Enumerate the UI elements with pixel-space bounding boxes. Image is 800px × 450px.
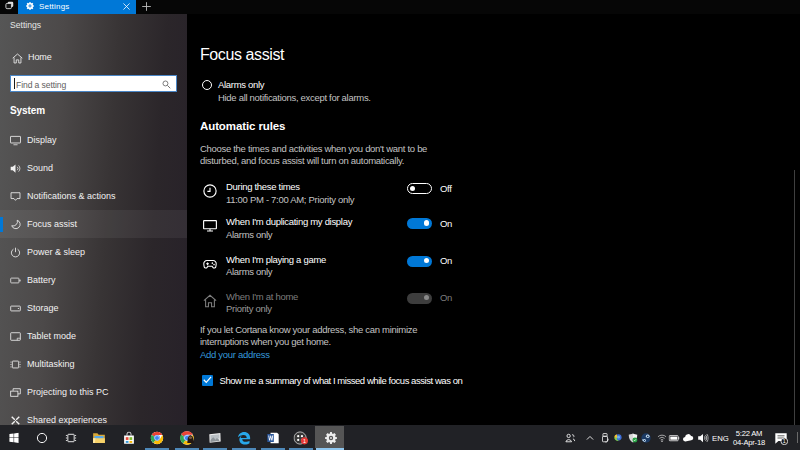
svg-text:1: 1 <box>783 438 786 444</box>
svg-text:1: 1 <box>303 437 306 443</box>
